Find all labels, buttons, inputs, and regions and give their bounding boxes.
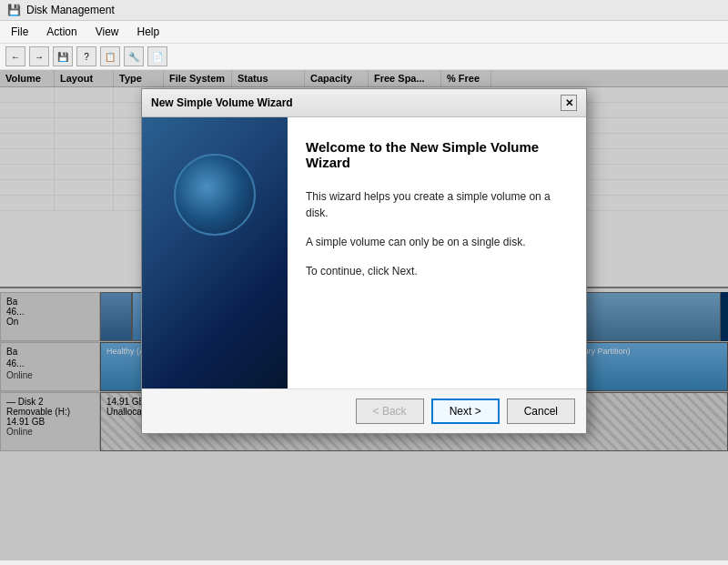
toolbar-settings[interactable]: 🔧 [124,46,144,66]
next-button[interactable]: Next > [431,399,500,424]
toolbar-forward[interactable]: → [29,46,49,66]
main-content: Volume Layout Type File System Status Ca… [0,70,728,560]
wizard-footer: < Back Next > Cancel [142,388,586,433]
wizard-close-button[interactable]: ✕ [561,95,577,111]
sidebar-disk-graphic [174,154,256,236]
wizard-para-2: A simple volume can only be on a single … [306,234,568,250]
back-button[interactable]: < Back [356,399,424,424]
menu-bar: File Action View Help [0,21,728,44]
toolbar-doc[interactable]: 📄 [147,46,167,66]
menu-file[interactable]: File [4,24,35,40]
modal-overlay: New Simple Volume Wizard ✕ Welcome to th… [0,70,728,560]
menu-help[interactable]: Help [130,24,167,40]
wizard-title-bar: New Simple Volume Wizard ✕ [142,89,586,117]
menu-action[interactable]: Action [39,24,84,40]
title-bar: 💾 Disk Management [0,0,728,21]
wizard-content: Welcome to the New Simple Volume Wizard … [288,117,586,388]
wizard-body: Welcome to the New Simple Volume Wizard … [142,117,586,388]
toolbar-disk[interactable]: 💾 [53,46,73,66]
wizard-para-3: To continue, click Next. [306,263,568,279]
toolbar-back[interactable]: ← [5,46,25,66]
toolbar-properties[interactable]: 📋 [100,46,120,66]
app-icon: 💾 [7,4,21,16]
wizard-heading: Welcome to the New Simple Volume Wizard [306,139,568,170]
cancel-button[interactable]: Cancel [507,399,575,424]
wizard-modal: New Simple Volume Wizard ✕ Welcome to th… [141,88,587,434]
toolbar: ← → 💾 ? 📋 🔧 📄 [0,44,728,70]
app-title: Disk Management [26,4,115,16]
toolbar-help[interactable]: ? [76,46,96,66]
wizard-sidebar-graphic [142,117,288,388]
wizard-para-1: This wizard helps you create a simple vo… [306,188,568,221]
menu-view[interactable]: View [88,24,126,40]
wizard-title: New Simple Volume Wizard [151,96,293,109]
